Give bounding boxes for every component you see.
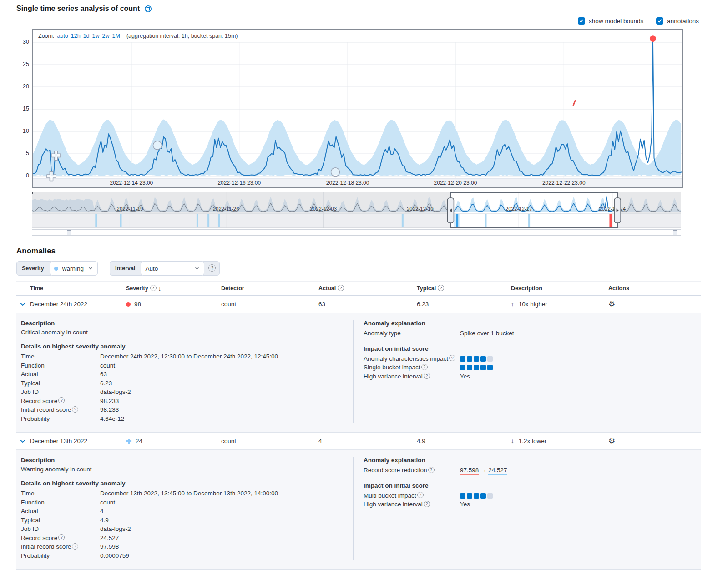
severity-dot-icon	[126, 302, 131, 307]
details-section-title: Details on highest severity anomaly	[21, 343, 353, 350]
description-section-title: Description	[21, 320, 353, 327]
impact-label: Anomaly characteristics impact?	[364, 354, 460, 363]
column-header-description[interactable]: Description	[511, 285, 608, 292]
severity-cross-icon	[126, 438, 132, 444]
gear-icon[interactable]: ⚙︎	[608, 300, 615, 308]
detail-label-text: Typical	[21, 379, 40, 388]
info-icon[interactable]: ?	[338, 285, 344, 291]
detail-label: Record score?	[21, 397, 100, 406]
swimlane-anomaly-tick	[485, 214, 486, 227]
detail-row: Typical6.23	[21, 379, 353, 388]
severity-cell: 98	[126, 301, 221, 308]
sort-desc-icon[interactable]: ↓	[158, 285, 162, 292]
column-header-detector[interactable]: Detector	[221, 285, 318, 292]
explanation-label-text: Anomaly type	[364, 329, 401, 338]
detail-row: Probability0.0000759	[21, 551, 353, 560]
annotations-checkbox[interactable]: annotations	[656, 17, 699, 25]
interval-filter-select[interactable]: Auto	[141, 261, 204, 276]
info-icon[interactable]: ?	[424, 373, 430, 379]
detail-label-text: Actual	[21, 507, 38, 516]
detail-value: data-logs-2	[100, 388, 131, 397]
collapse-row-button[interactable]	[17, 436, 28, 447]
actions-cell: ⚙︎	[608, 437, 701, 445]
impact-label-text: Single bucket impact	[364, 363, 420, 372]
zoom-option-link[interactable]: 1d	[83, 33, 90, 39]
column-header-label: Detector	[221, 285, 244, 292]
context-chart-svg[interactable]: 2022-11-192022-11-262022-12-032022-12-10…	[32, 192, 681, 228]
context-scrollbar[interactable]	[32, 229, 681, 236]
column-header-time[interactable]: Time	[30, 285, 126, 292]
impact-meter	[460, 493, 493, 499]
column-header-label: Typical	[417, 285, 436, 292]
severity-filter-label: Severity	[16, 261, 50, 276]
actual-cell: 4	[318, 438, 417, 444]
impact-row: High variance interval?Yes	[364, 372, 701, 381]
details-section-title: Details on highest severity anomaly	[21, 480, 353, 487]
impact-square	[474, 356, 479, 362]
chevron-down-icon	[88, 266, 93, 271]
explanation-section-title: Anomaly explanation	[364, 320, 701, 327]
info-icon[interactable]: ?	[424, 501, 430, 507]
severity-filter-select[interactable]: warning	[50, 261, 98, 276]
context-axis-label: 2022-12-17	[506, 206, 532, 212]
help-ring-icon[interactable]	[144, 5, 152, 13]
zoom-option-link[interactable]: 1M	[112, 33, 120, 39]
single-metric-viewer-page: Single time series analysis of count sho…	[0, 0, 728, 570]
detail-value: 4.64e-12	[100, 414, 124, 424]
info-icon[interactable]: ?	[72, 543, 78, 550]
info-icon[interactable]: ?	[449, 355, 455, 361]
column-header-severity[interactable]: Severity?↓	[126, 285, 221, 292]
info-icon[interactable]: ?	[72, 406, 78, 413]
column-header-actions[interactable]: Actions	[608, 285, 701, 292]
x-axis-tick-label: 2022-12-20 23:00	[434, 180, 477, 186]
gear-icon[interactable]: ⚙︎	[608, 437, 615, 445]
focus-chart[interactable]: Zoom: auto12h1d1w2w1M (aggregation inter…	[32, 29, 683, 188]
detail-value: 4	[100, 507, 104, 516]
explanation-value: Spike over 1 bucket	[460, 329, 514, 338]
chart-toggles: show model bounds annotations	[16, 17, 699, 25]
swimlane-anomaly-tick	[402, 214, 404, 227]
column-header-typical[interactable]: Typical?	[417, 285, 511, 292]
impact-label: High variance interval?	[364, 372, 460, 381]
detail-label-text: Probability	[21, 551, 50, 560]
info-icon[interactable]: ?	[58, 397, 65, 403]
info-icon[interactable]: ?	[417, 492, 424, 498]
collapse-row-button[interactable]	[17, 299, 28, 310]
detail-value: data-logs-2	[100, 525, 131, 534]
explanation-label: Anomaly type	[364, 329, 460, 338]
score-to: 24.527	[488, 467, 507, 475]
info-icon[interactable]: ?	[58, 534, 65, 540]
detail-label: Time	[21, 489, 100, 498]
severity-filter: Severity warning	[16, 261, 98, 276]
scrollbar-handle-right[interactable]	[673, 230, 677, 235]
anomalies-heading: Anomalies	[16, 247, 701, 256]
impact-label: Single bucket impact?	[364, 363, 460, 372]
zoom-option-link[interactable]: 1w	[92, 33, 100, 39]
explanation-row: Record score reduction?97.598 → 24.527	[364, 466, 701, 475]
y-axis-tick-label: 10	[17, 128, 29, 134]
detail-label: Function	[21, 361, 100, 370]
impact-square	[480, 365, 486, 370]
interval-help-icon[interactable]: ?	[204, 261, 220, 276]
impact-label-text: High variance interval	[364, 500, 423, 509]
score-from: 97.598	[460, 467, 479, 475]
detail-label-text: Probability	[21, 414, 50, 424]
zoom-option-link[interactable]: auto	[57, 33, 68, 39]
info-icon[interactable]: ?	[438, 285, 444, 291]
scrollbar-handle-left[interactable]	[67, 230, 71, 235]
impact-value: Yes	[460, 372, 470, 381]
x-axis-tick-label: 2022-12-14 23:00	[110, 180, 153, 186]
focus-chart-svg[interactable]: 2022-12-14 23:002022-12-16 23:002022-12-…	[33, 30, 682, 187]
impact-label: High variance interval?	[364, 500, 460, 509]
column-header-label: Actions	[608, 285, 629, 292]
context-axis-label: 2022-11-19	[116, 206, 143, 212]
info-icon[interactable]: ?	[150, 285, 157, 291]
column-header-actual[interactable]: Actual?	[318, 285, 417, 292]
show-model-bounds-checkbox[interactable]: show model bounds	[578, 17, 643, 25]
info-icon[interactable]: ?	[428, 467, 435, 473]
info-icon[interactable]: ?	[421, 364, 428, 370]
zoom-option-link[interactable]: 2w	[102, 33, 110, 39]
zoom-option-link[interactable]: 12h	[71, 33, 81, 39]
severity-filter-value: warning	[62, 265, 84, 272]
detail-value: 6.23	[100, 379, 112, 388]
